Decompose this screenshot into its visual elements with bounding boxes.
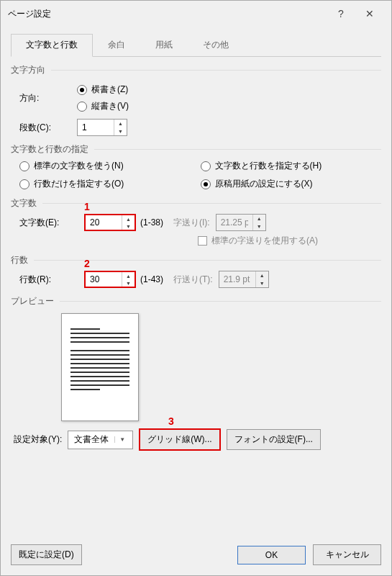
radio-manuscript[interactable] [201,179,211,189]
char-pitch-up-icon: ▲ [253,215,265,222]
row-default-pitch: 標準の字送りを使用する(A) [198,235,381,247]
line-pitch-down-icon: ▼ [256,279,268,287]
radio-vertical[interactable] [77,102,87,112]
apply-to-label: 設定対象(Y): [14,433,62,446]
direction-label: 方向: [19,92,77,104]
titlebar: ページ設定 ? ✕ [1,1,391,27]
char-pitch-label: 字送り(I): [173,217,210,229]
dialog-title: ページ設定 [8,8,327,20]
section-specify: 文字数と行数の指定 [11,143,381,156]
chars-input[interactable] [86,215,122,230]
tab-strip: 文字数と行数 余白 用紙 その他 [11,34,381,57]
radio-lines-only[interactable] [19,179,29,189]
tab-paper[interactable]: 用紙 [140,34,188,56]
radio-chars-lines-label: 文字数と行数を指定する(H) [215,160,322,172]
radio-standard[interactable] [19,161,29,171]
char-pitch-down-icon: ▼ [253,222,265,230]
set-default-button[interactable]: 既定に設定(D) [11,544,82,565]
char-pitch-spinner: ▲ ▼ [216,214,266,231]
radio-standard-label: 標準の文字数を使う(N) [34,160,124,172]
line-pitch-up-icon: ▲ [256,271,268,279]
font-settings-button[interactable]: フォントの設定(F)... [227,429,321,450]
radio-vertical-label: 縦書き(V) [91,100,129,112]
char-pitch-input [216,215,252,230]
tab-margins[interactable]: 余白 [93,34,140,56]
lines-input[interactable] [86,272,122,287]
chars-up-icon[interactable]: ▲ [122,215,135,222]
page-setup-dialog: ページ設定 ? ✕ 文字数と行数 余白 用紙 その他 文字方向 方向: 横書き(… [0,0,392,576]
radio-chars-lines[interactable] [201,161,211,171]
radio-manuscript-label: 原稿用紙の設定にする(X) [215,178,313,190]
apply-to-select[interactable]: 文書全体 ▼ [68,431,133,449]
columns-label: 段数(C): [19,122,77,134]
columns-up-icon[interactable]: ▲ [114,120,127,127]
line-pitch-label: 行送り(T): [173,274,213,286]
section-preview-label: プレビュー [11,295,54,307]
chars-down-icon[interactable]: ▼ [122,222,135,230]
apply-to-value: 文書全体 [74,433,109,446]
checkbox-default-pitch-label: 標準の字送りを使用する(A) [211,235,318,247]
section-lines-label: 行数 [11,254,28,266]
row-lines: 2 行数(R): ▲ ▼ (1-43) 行送り(T): ▲ ▼ [19,271,381,288]
row-columns: 段数(C): ▲ ▼ [19,119,381,136]
radio-horizontal-label: 横書き(Z) [91,84,128,96]
columns-down-icon[interactable]: ▼ [114,127,127,135]
radio-horizontal[interactable] [77,85,87,95]
help-button[interactable]: ? [327,4,355,24]
columns-input[interactable] [78,120,114,135]
section-lines: 行数 [11,254,381,266]
section-direction: 文字方向 [11,64,381,76]
ok-button[interactable]: OK [237,546,306,564]
cancel-button[interactable]: キャンセル [313,544,381,565]
lines-down-icon[interactable]: ▼ [122,279,135,287]
annotation-2: 2 [84,258,90,269]
annotation-3: 3 [168,415,174,427]
lines-up-icon[interactable]: ▲ [122,272,135,279]
annotation-1: 1 [84,201,90,212]
close-button[interactable]: ✕ [355,4,384,24]
chars-spinner[interactable]: ▲ ▼ [84,214,136,231]
chars-range: (1-38) [140,217,163,228]
preview-page-icon [61,313,139,421]
section-chars: 文字数 [11,197,381,210]
footer: 既定に設定(D) OK キャンセル [1,534,391,575]
row-chars: 1 文字数(E): ▲ ▼ (1-38) 字送り(I): ▲ ▼ [19,214,381,231]
section-preview: プレビュー [11,295,381,307]
row-direction: 方向: 横書き(Z) 縦書き(V) [19,81,381,115]
line-pitch-input [219,271,255,287]
chevron-down-icon: ▼ [114,436,129,443]
columns-spinner[interactable]: ▲ ▼ [77,119,127,136]
checkbox-default-pitch [198,236,207,246]
section-specify-label: 文字数と行数の指定 [11,143,88,156]
specify-grid: 標準の文字数を使う(N) 文字数と行数を指定する(H) 行数だけを指定する(O)… [19,160,381,190]
chars-label: 文字数(E): [19,217,84,229]
lines-spinner[interactable]: ▲ ▼ [84,271,136,288]
gridlines-button[interactable]: グリッド線(W)... [139,428,220,451]
lines-label: 行数(R): [19,274,84,286]
section-chars-label: 文字数 [11,197,37,210]
section-direction-label: 文字方向 [11,64,45,76]
radio-lines-only-label: 行数だけを指定する(O) [34,178,124,190]
tab-chars-lines[interactable]: 文字数と行数 [11,34,93,57]
content-area: 文字数と行数 余白 用紙 その他 文字方向 方向: 横書き(Z) 縦書き(V) [1,27,391,534]
line-pitch-spinner: ▲ ▼ [219,271,269,288]
row-apply: 3 設定対象(Y): 文書全体 ▼ グリッド線(W)... フォントの設定(F)… [14,428,381,451]
lines-range: (1-43) [140,274,163,284]
tab-other[interactable]: その他 [188,34,244,56]
